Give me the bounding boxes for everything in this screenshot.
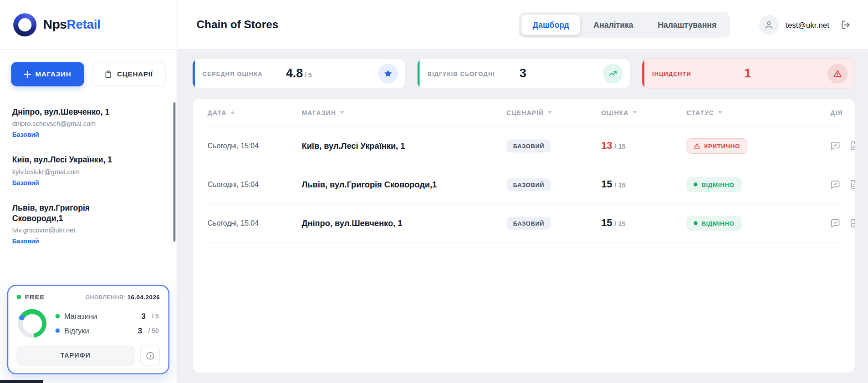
horizontal-scrollbar[interactable] bbox=[0, 380, 43, 383]
usage-row-stores: Магазини 3 / 5 bbox=[56, 312, 159, 321]
tab-settings[interactable]: Налаштування bbox=[647, 15, 728, 35]
sort-desc-icon bbox=[718, 111, 723, 114]
feedback-button[interactable] bbox=[830, 141, 840, 151]
plan-info-button[interactable] bbox=[140, 346, 160, 366]
status-label: ВІДМІННО bbox=[701, 181, 734, 188]
review-score: 13 bbox=[601, 140, 612, 151]
store-list: Дніпро, вул.Шевченко, 1 dnipro.schevsch@… bbox=[0, 96, 177, 282]
report-button[interactable] bbox=[849, 141, 855, 151]
usage-row-reviews: Відгуки 3 / 50 bbox=[56, 326, 159, 335]
store-plan-badge: Базовий bbox=[12, 180, 164, 186]
review-date: Сьогодні, 15:04 bbox=[208, 141, 302, 150]
plan-renewal-label: ОНОВЛЕННЯ: bbox=[86, 294, 126, 300]
brand-name-prefix: Nps bbox=[43, 17, 67, 32]
status-label: КРИТИЧНО bbox=[704, 142, 740, 149]
feedback-button[interactable] bbox=[830, 218, 840, 228]
column-header-date[interactable]: ДАТА bbox=[208, 109, 302, 116]
column-header-status[interactable]: СТАТУС bbox=[686, 109, 830, 116]
avatar[interactable] bbox=[759, 15, 779, 35]
stat-card-reviews-today: ВІДГУКІВ СЬОГОДНІ 3 bbox=[417, 58, 630, 89]
main-area: Chain of Stores Дашборд Аналітика Налашт… bbox=[177, 0, 868, 383]
sidebar-scrollbar[interactable] bbox=[173, 102, 175, 242]
brand-name: NpsRetail bbox=[43, 17, 101, 32]
status-badge-ok: ВІДМІННО bbox=[686, 176, 741, 192]
status-dot-icon bbox=[694, 221, 698, 225]
reviews-dot-icon bbox=[56, 328, 60, 333]
review-score-max: / 15 bbox=[614, 220, 625, 228]
review-score-max: / 15 bbox=[614, 181, 625, 189]
store-plan-badge: Базовий bbox=[12, 131, 164, 138]
table-row[interactable]: Сьогодні, 15:04 Львів, вул.Григорія Сков… bbox=[208, 165, 841, 204]
usage-limit: / 50 bbox=[148, 328, 159, 334]
status-badge-ok: ВІДМІННО bbox=[686, 215, 741, 231]
stat-card-incidents: ІНЦИДЕНТИ 1 bbox=[642, 58, 855, 89]
store-list-item[interactable]: Дніпро, вул.Шевченко, 1 dnipro.schevsch@… bbox=[12, 98, 164, 146]
info-icon bbox=[145, 351, 155, 360]
add-store-label: МАГАЗИН bbox=[36, 70, 71, 78]
store-email: lviv.grscovor@ukr.net bbox=[12, 227, 164, 234]
review-store: Львів, вул.Григорія Сковороди,1 bbox=[302, 180, 507, 189]
status-label: ВІДМІННО bbox=[701, 220, 734, 227]
add-store-button[interactable]: МАГАЗИН bbox=[11, 62, 84, 86]
review-date: Сьогодні, 15:04 bbox=[208, 219, 302, 227]
accent-bar bbox=[193, 59, 195, 89]
column-header-score[interactable]: ОЦІНКА bbox=[601, 109, 686, 116]
review-store: Дніпро, вул.Шевченко, 1 bbox=[302, 218, 507, 228]
chat-icon bbox=[830, 218, 840, 228]
scenarios-button[interactable]: СЦЕНАРІЇ bbox=[92, 62, 165, 86]
column-header-scenario[interactable]: СЦЕНАРІЙ bbox=[506, 109, 601, 116]
document-icon bbox=[849, 180, 855, 189]
review-score-max: / 15 bbox=[614, 143, 625, 151]
sort-asc-icon bbox=[230, 111, 235, 114]
nav-tabs: Дашборд Аналітика Налаштування bbox=[519, 12, 730, 37]
sort-desc-icon bbox=[340, 111, 344, 114]
store-name: Львів, вул.Григорія Сковороди,1 bbox=[12, 203, 140, 224]
review-store: Київ, вул.Лесі Українки, 1 bbox=[302, 141, 507, 151]
column-header-store[interactable]: МАГАЗИН bbox=[302, 109, 507, 116]
trend-up-icon[interactable] bbox=[603, 64, 623, 84]
dashboard-content: СЕРЕДНЯ ОЦІНКА 4.8/ 5 ВІДГУКІВ СЬОГОДНІ … bbox=[177, 50, 868, 383]
stat-value: 4.8 bbox=[286, 66, 303, 80]
tab-dashboard[interactable]: Дашборд bbox=[521, 15, 580, 35]
status-badge-critical: КРИТИЧНО bbox=[686, 138, 747, 153]
document-icon bbox=[849, 218, 855, 228]
store-list-item[interactable]: Київ, вул.Лесі Українки, 1 kyiv.lesiukr@… bbox=[12, 146, 164, 195]
stat-label: СЕРЕДНЯ ОЦІНКА bbox=[203, 70, 263, 77]
plan-renewal-date: 16.04.2026 bbox=[128, 293, 160, 300]
logout-button[interactable] bbox=[840, 19, 851, 30]
brand-logo-icon bbox=[13, 13, 36, 36]
store-list-item[interactable]: Львів, вул.Григорія Сковороди,1 lviv.grs… bbox=[12, 195, 164, 253]
accent-bar bbox=[418, 59, 420, 89]
table-row[interactable]: Сьогодні, 15:04 Київ, вул.Лесі Українки,… bbox=[208, 126, 841, 165]
sidebar-actions: МАГАЗИН СЦЕНАРІЇ bbox=[0, 50, 177, 96]
star-icon[interactable] bbox=[378, 64, 398, 84]
feedback-button[interactable] bbox=[830, 179, 840, 189]
stat-label: ВІДГУКІВ СЬОГОДНІ bbox=[427, 70, 495, 77]
stores-dot-icon bbox=[56, 314, 60, 318]
scenario-badge: БАЗОВИЙ bbox=[506, 178, 551, 191]
report-button[interactable] bbox=[849, 218, 855, 228]
store-plan-badge: Базовий bbox=[12, 238, 164, 245]
plan-card: FREE ОНОВЛЕННЯ: 16.04.2026 Магазини 3 / … bbox=[7, 285, 169, 374]
accent-bar bbox=[642, 59, 644, 89]
store-email: kyiv.lesiukr@gmai.com bbox=[12, 168, 164, 176]
chat-icon bbox=[830, 179, 840, 189]
page-title: Chain of Stores bbox=[197, 18, 279, 31]
store-email: dnipro.schevsch@gmai.com bbox=[12, 120, 164, 128]
alert-triangle-icon[interactable] bbox=[827, 64, 848, 84]
plan-status-dot bbox=[16, 295, 21, 299]
report-button[interactable] bbox=[849, 180, 855, 189]
sidebar: NpsRetail МАГАЗИН СЦЕНАРІЇ Дніпро, вул.Ш… bbox=[0, 0, 177, 383]
usage-value: 3 bbox=[141, 312, 145, 321]
plus-icon bbox=[24, 71, 31, 78]
table-row[interactable]: Сьогодні, 15:04 Дніпро, вул.Шевченко, 1 … bbox=[208, 204, 841, 243]
stat-value: 1 bbox=[744, 66, 751, 80]
table-header: ДАТА МАГАЗИН СЦЕНАРІЙ ОЦІНКА СТАТУС ДІЯ bbox=[208, 99, 841, 127]
tab-analytics[interactable]: Аналітика bbox=[582, 15, 644, 35]
review-score: 15 bbox=[601, 217, 612, 228]
stat-cards: СЕРЕДНЯ ОЦІНКА 4.8/ 5 ВІДГУКІВ СЬОГОДНІ … bbox=[192, 58, 855, 89]
scenario-badge: БАЗОВИЙ bbox=[506, 217, 551, 230]
store-name: Дніпро, вул.Шевченко, 1 bbox=[12, 107, 140, 117]
tariffs-button[interactable]: ТАРИФИ bbox=[16, 346, 134, 366]
usage-label: Відгуки bbox=[64, 327, 89, 335]
